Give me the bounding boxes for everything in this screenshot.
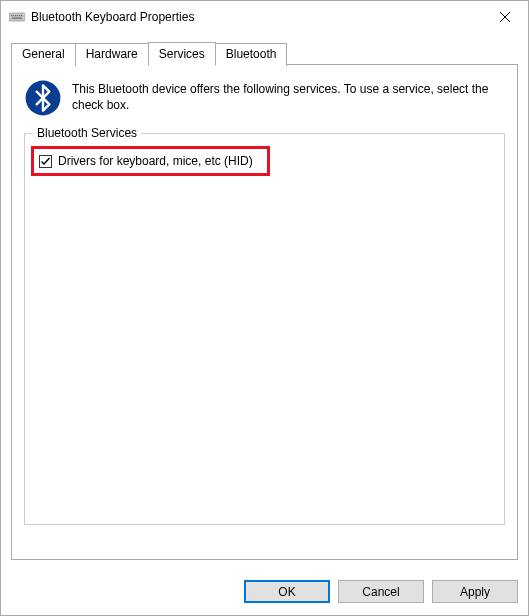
dialog-window: Bluetooth Keyboard Properties General Ha… bbox=[0, 0, 529, 616]
cancel-button[interactable]: Cancel bbox=[338, 580, 424, 603]
titlebar: Bluetooth Keyboard Properties bbox=[1, 1, 528, 33]
info-row: This Bluetooth device offers the followi… bbox=[24, 79, 505, 117]
svg-rect-2 bbox=[13, 15, 14, 16]
tab-strip: General Hardware Services Bluetooth bbox=[11, 41, 518, 64]
service-item-label: Drivers for keyboard, mice, etc (HID) bbox=[58, 154, 253, 168]
svg-rect-4 bbox=[17, 15, 18, 16]
tab-bluetooth[interactable]: Bluetooth bbox=[215, 43, 288, 66]
svg-rect-1 bbox=[11, 15, 12, 16]
highlight-annotation: Drivers for keyboard, mice, etc (HID) bbox=[31, 146, 270, 176]
bluetooth-icon bbox=[24, 79, 62, 117]
tab-general[interactable]: General bbox=[11, 43, 76, 66]
keyboard-icon bbox=[9, 9, 25, 25]
close-button[interactable] bbox=[482, 1, 528, 33]
checkbox-icon bbox=[39, 155, 52, 168]
content-area: General Hardware Services Bluetooth This… bbox=[1, 33, 528, 570]
svg-rect-6 bbox=[21, 15, 22, 16]
svg-rect-5 bbox=[19, 15, 20, 16]
bluetooth-services-group: Bluetooth Services Drivers for keyboard,… bbox=[24, 133, 505, 525]
svg-rect-3 bbox=[15, 15, 16, 16]
apply-button[interactable]: Apply bbox=[432, 580, 518, 603]
svg-rect-0 bbox=[9, 13, 25, 21]
info-text: This Bluetooth device offers the followi… bbox=[72, 79, 505, 113]
group-legend: Bluetooth Services bbox=[33, 126, 141, 140]
ok-button[interactable]: OK bbox=[244, 580, 330, 603]
service-item-hid[interactable]: Drivers for keyboard, mice, etc (HID) bbox=[39, 154, 253, 168]
tab-panel-services: This Bluetooth device offers the followi… bbox=[11, 64, 518, 560]
window-title: Bluetooth Keyboard Properties bbox=[31, 10, 482, 24]
tab-hardware[interactable]: Hardware bbox=[75, 43, 149, 66]
dialog-buttons: OK Cancel Apply bbox=[1, 570, 528, 615]
tab-services[interactable]: Services bbox=[148, 42, 216, 66]
svg-rect-7 bbox=[12, 18, 22, 19]
